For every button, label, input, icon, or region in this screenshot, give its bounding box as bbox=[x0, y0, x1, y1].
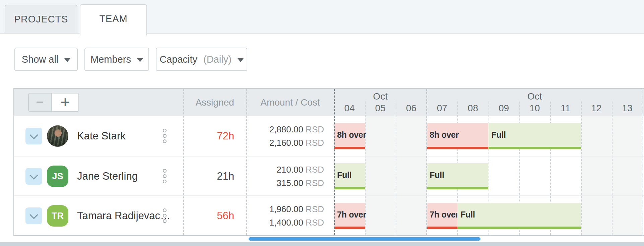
currency-code: RSD bbox=[303, 138, 324, 148]
filter-capacity-label: Capacity bbox=[159, 54, 197, 65]
capacity-bar-label: 8h over bbox=[334, 123, 365, 147]
filter-members[interactable]: Members bbox=[84, 48, 149, 71]
member-name: Kate Stark bbox=[77, 116, 126, 156]
timeline-day-label: 10 bbox=[519, 103, 550, 114]
capacity-bar-label: 7h over bbox=[334, 203, 365, 227]
cost-value: 1,400.00 RSD bbox=[246, 216, 324, 229]
filter-capacity[interactable]: Capacity (Daily) bbox=[156, 48, 247, 71]
kebab-dot-icon bbox=[163, 219, 167, 223]
money-number: 315.00 bbox=[276, 178, 303, 188]
column-header-assigned: Assigned bbox=[183, 89, 246, 116]
timeline-month-label: Oct bbox=[334, 91, 427, 103]
chevron-down-icon bbox=[137, 58, 143, 62]
chevron-down-icon bbox=[64, 58, 70, 62]
cost-value: 315.00 RSD bbox=[246, 176, 324, 190]
capacity-bar-base bbox=[489, 147, 581, 149]
tab-team[interactable]: TEAM bbox=[80, 4, 147, 36]
assigned-hours: 72h bbox=[183, 116, 234, 156]
capacity-bar-label: Full bbox=[489, 123, 581, 147]
filter-members-label: Members bbox=[90, 54, 131, 65]
workload-table: − + Assigned Amount / Cost Oct040506Oct0… bbox=[13, 88, 644, 236]
chevron-down-icon bbox=[29, 131, 38, 139]
capacity-bar-full[interactable]: Full bbox=[489, 123, 581, 149]
capacity-bar-base bbox=[457, 227, 581, 229]
money-number: 1,960.00 bbox=[269, 204, 303, 214]
kebab-dot-icon bbox=[163, 208, 167, 212]
amount-value: 210.00 RSD bbox=[246, 163, 324, 176]
capacity-bar-base bbox=[334, 227, 365, 229]
chevron-down-icon bbox=[29, 171, 38, 179]
member-name: Jane Sterling bbox=[77, 157, 138, 196]
timeline-day-label: 09 bbox=[489, 103, 519, 114]
kebab-dot-icon bbox=[163, 129, 167, 132]
expand-row-button[interactable] bbox=[25, 168, 42, 185]
row-options-button[interactable] bbox=[163, 129, 170, 143]
currency-code: RSD bbox=[303, 204, 324, 214]
tab-projects[interactable]: PROJECTS bbox=[5, 5, 77, 34]
cost-value: 2,160.00 RSD bbox=[246, 136, 324, 149]
timeline-month-label: Oct bbox=[427, 91, 643, 103]
capacity-bar-over[interactable]: 7h over bbox=[427, 203, 457, 229]
kebab-dot-icon bbox=[163, 214, 167, 218]
row-options-button[interactable] bbox=[163, 208, 170, 223]
timeline-day-label: 07 bbox=[427, 103, 457, 114]
filter-show-all[interactable]: Show all bbox=[14, 48, 78, 71]
capacity-bar-label: Full bbox=[427, 163, 488, 187]
capacity-bar-base bbox=[334, 187, 365, 189]
member-name: Tamara Radijevac… bbox=[77, 196, 171, 236]
member-row: Kate Stark72h2,880.00 RSD2,160.00 RSD8h … bbox=[14, 116, 644, 156]
capacity-bar-base bbox=[427, 187, 488, 189]
amount-cost-cell: 1,960.00 RSD1,400.00 RSD bbox=[246, 196, 324, 236]
timeline-day-label: 06 bbox=[396, 103, 427, 114]
capacity-bar-base bbox=[334, 147, 365, 149]
member-row: TRTamara Radijevac…56h1,960.00 RSD1,400.… bbox=[14, 195, 644, 235]
timeline-zoom-in-button[interactable]: + bbox=[51, 93, 79, 112]
avatar-photo bbox=[47, 125, 68, 147]
capacity-bar-full[interactable]: Full bbox=[457, 203, 581, 229]
money-number: 2,160.00 bbox=[269, 138, 303, 148]
kebab-dot-icon bbox=[163, 139, 167, 143]
currency-code: RSD bbox=[303, 218, 324, 228]
currency-code: RSD bbox=[303, 124, 324, 134]
expand-row-button[interactable] bbox=[25, 128, 42, 144]
kebab-dot-icon bbox=[163, 174, 167, 178]
chevron-down-icon bbox=[29, 210, 38, 219]
timeline-zoom-out-button[interactable]: − bbox=[28, 93, 52, 112]
timeline-day-label: 13 bbox=[612, 103, 643, 114]
horizontal-scrollbar-thumb[interactable] bbox=[249, 237, 480, 241]
bottom-scroll-strip bbox=[0, 242, 644, 246]
capacity-bar-over[interactable]: 8h over bbox=[334, 123, 365, 149]
amount-value: 1,960.00 RSD bbox=[246, 202, 324, 216]
week-separator bbox=[643, 89, 643, 235]
money-number: 210.00 bbox=[276, 165, 303, 175]
amount-cost-cell: 2,880.00 RSD2,160.00 RSD bbox=[246, 116, 324, 156]
timeline-day-label: 08 bbox=[457, 103, 488, 114]
money-number: 1,400.00 bbox=[269, 218, 303, 228]
timeline-day-label: 12 bbox=[581, 103, 612, 114]
capacity-bar-over[interactable]: 7h over bbox=[334, 203, 365, 229]
amount-value: 2,880.00 RSD bbox=[246, 123, 324, 136]
column-header-amount-cost: Amount / Cost bbox=[246, 89, 334, 116]
kebab-dot-icon bbox=[163, 180, 167, 183]
timeline-day-label: 11 bbox=[550, 103, 581, 114]
capacity-bar-label: 7h over bbox=[427, 203, 457, 227]
capacity-bar-over[interactable]: 8h over bbox=[427, 123, 488, 149]
capacity-bar-label: Full bbox=[457, 203, 581, 227]
capacity-bar-label: Full bbox=[334, 163, 365, 187]
capacity-bar-full[interactable]: Full bbox=[334, 163, 365, 189]
member-row: JSJane Sterling21h210.00 RSD315.00 RSDFu… bbox=[14, 156, 644, 195]
timeline-day-label: 04 bbox=[334, 103, 365, 114]
assigned-hours: 56h bbox=[183, 196, 234, 236]
row-options-button[interactable] bbox=[163, 169, 170, 184]
kebab-dot-icon bbox=[163, 134, 167, 138]
currency-code: RSD bbox=[303, 178, 324, 188]
expand-row-button[interactable] bbox=[25, 207, 42, 224]
assigned-hours: 21h bbox=[183, 157, 234, 196]
capacity-bar-full[interactable]: Full bbox=[427, 163, 488, 189]
avatar-initials: JS bbox=[47, 166, 68, 187]
amount-cost-cell: 210.00 RSD315.00 RSD bbox=[246, 157, 324, 196]
money-number: 2,880.00 bbox=[269, 124, 303, 134]
capacity-bar-base bbox=[427, 227, 457, 229]
kebab-dot-icon bbox=[163, 169, 167, 173]
avatar-initials: TR bbox=[47, 205, 68, 227]
